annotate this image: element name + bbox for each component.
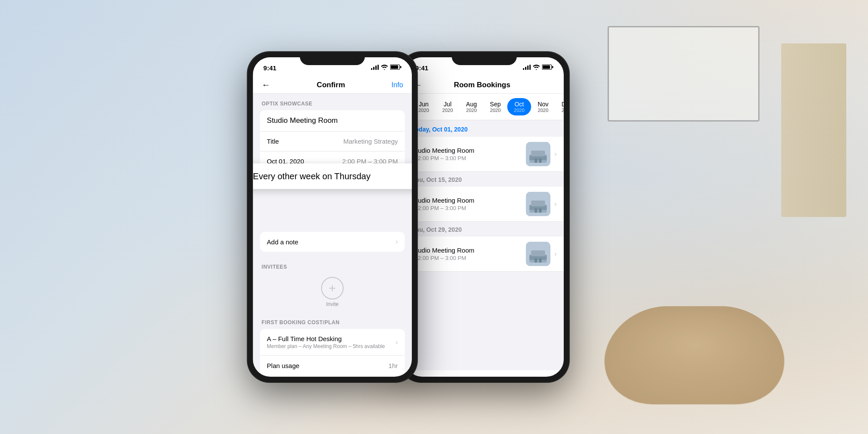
date-header-oct15: Thu, Oct 15, 2020 (405, 172, 564, 187)
add-note-label: Add a note (267, 238, 299, 246)
booking-3-img-inner (526, 242, 550, 266)
phone-2-notch (452, 52, 517, 65)
booking-2-time: ↻ 2:00 PM – 3:00 PM (412, 205, 522, 211)
office-shelf (781, 43, 846, 217)
booking-2-info: Studio Meeting Room ↻ 2:00 PM – 3:00 PM (412, 197, 522, 211)
plan-usage-value: 1hr (388, 362, 398, 369)
svg-rect-8 (525, 67, 526, 70)
cost-section-header: FIRST BOOKING COST/PLAN (253, 312, 412, 329)
phones-container: 9:41 ← Confirm Info (248, 52, 569, 382)
svg-rect-12 (542, 66, 550, 69)
phone-1-navbar: ← Confirm Info (253, 76, 412, 94)
battery-icon-2 (542, 64, 553, 71)
phone-1-screen: 9:41 ← Confirm Info (253, 57, 412, 377)
phone-2: 9:41 ← Room Bookings (400, 52, 569, 382)
svg-rect-18 (539, 158, 541, 163)
phone-1-icons (371, 64, 401, 71)
plan-title: A – Full Time Hot Desking (267, 335, 396, 342)
plan-subtitle: Member plan – Any Meeting Room – 5hrs av… (267, 343, 396, 349)
booking-3-info: Studio Meeting Room ↻ 2:00 PM – 3:00 PM (412, 247, 522, 261)
phone-1-content: OPTIX SHOWCASE Studio Meeting Room Title… (253, 94, 412, 375)
svg-rect-0 (371, 68, 372, 70)
invite-plus-icon: + (329, 281, 336, 295)
booking-1-chevron: › (554, 150, 556, 158)
svg-rect-10 (529, 65, 531, 70)
svg-rect-3 (378, 65, 379, 70)
booking-3-image (526, 242, 550, 266)
svg-rect-23 (539, 208, 541, 213)
booking-1-room: Studio Meeting Room (412, 147, 522, 154)
booking-2-image (526, 192, 550, 216)
invite-label: Invite (262, 301, 403, 307)
info-button[interactable]: Info (391, 81, 403, 89)
invitees-section-header: INVITEES (253, 257, 412, 273)
svg-rect-5 (391, 66, 398, 69)
office-whiteboard (608, 26, 760, 122)
title-label: Title (267, 138, 279, 145)
booking-item-2[interactable]: Studio Meeting Room ↻ 2:00 PM – 3:00 PM (405, 187, 564, 222)
svg-rect-17 (534, 158, 537, 163)
title-value: Marketing Strategy (343, 138, 398, 145)
booking-3-chevron: › (554, 250, 556, 258)
invite-button[interactable]: + (321, 277, 344, 299)
svg-rect-2 (375, 66, 377, 70)
month-oct[interactable]: Oct 2020 (507, 98, 531, 115)
phone-2-time: 9:41 (415, 64, 428, 72)
wifi-icon-2 (533, 65, 540, 71)
room-bookings-title: Room Bookings (454, 81, 510, 89)
phone-1: 9:41 ← Confirm Info (248, 52, 417, 382)
signal-icon (371, 65, 379, 71)
booking-2-chevron: › (554, 200, 556, 208)
back-button-1[interactable]: ← (262, 80, 270, 90)
room-name-row: Studio Meeting Room (260, 110, 405, 132)
booking-1-image (526, 142, 550, 166)
add-note-chevron: › (395, 238, 398, 246)
booking-3-time: ↻ 2:00 PM – 3:00 PM (412, 255, 522, 261)
plan-usage-label: Plan usage (267, 362, 299, 369)
svg-rect-22 (534, 208, 537, 213)
signal-icon-2 (523, 65, 531, 71)
invitees-section: + Invite (253, 273, 412, 312)
phone-2-icons (523, 64, 553, 71)
month-dec[interactable]: Dec 2020 (555, 98, 564, 115)
month-nov[interactable]: Nov 2020 (531, 98, 555, 115)
wifi-icon (381, 65, 388, 71)
svg-rect-16 (531, 151, 545, 157)
booking-details-card: Studio Meeting Room Title Marketing Stra… (260, 110, 405, 171)
svg-rect-7 (523, 68, 524, 70)
svg-rect-1 (373, 67, 375, 70)
booking-2-room: Studio Meeting Room (412, 197, 522, 204)
today-header: Today, Oct 01, 2020 (405, 120, 564, 137)
showcase-section-header: OPTIX SHOWCASE (253, 94, 412, 110)
plan-usage-row: Plan usage 1hr (260, 356, 405, 375)
svg-rect-27 (534, 258, 537, 263)
phone-2-screen: 9:41 ← Room Bookings (405, 57, 564, 377)
booking-2-img-inner (526, 192, 550, 216)
booking-item-1[interactable]: Studio Meeting Room ↻ 2:00 PM – 3:00 PM (405, 137, 564, 172)
svg-rect-28 (539, 258, 541, 263)
phone-2-navbar: ← Room Bookings (405, 76, 564, 94)
month-aug[interactable]: Aug 2020 (460, 98, 483, 115)
plan-row[interactable]: A – Full Time Hot Desking Member plan – … (260, 329, 405, 356)
plan-info: A – Full Time Hot Desking Member plan – … (267, 335, 396, 349)
plan-card: A – Full Time Hot Desking Member plan – … (260, 329, 405, 375)
svg-rect-26 (531, 250, 545, 256)
phone-1-time: 9:41 (263, 64, 276, 72)
add-note-card: Add a note › (260, 232, 405, 252)
month-scroller[interactable]: Jun 2020 Jul 2020 Aug 2020 Sep 2020 Oct (405, 94, 564, 120)
month-sep[interactable]: Sep 2020 (483, 98, 507, 115)
confirm-title: Confirm (317, 81, 345, 89)
svg-rect-9 (527, 66, 529, 70)
battery-icon (390, 64, 401, 71)
phone-1-notch (300, 52, 365, 65)
plan-chevron: › (395, 339, 398, 346)
repeat-tooltip[interactable]: Every other week on Thursday › (253, 164, 412, 189)
repeat-text: Every other week on Thursday (253, 171, 371, 181)
svg-rect-13 (552, 66, 553, 68)
month-jul[interactable]: Jul 2020 (436, 98, 460, 115)
booking-item-3[interactable]: Studio Meeting Room ↻ 2:00 PM – 3:00 PM (405, 237, 564, 272)
room-name: Studio Meeting Room (267, 116, 338, 125)
booking-1-info: Studio Meeting Room ↻ 2:00 PM – 3:00 PM (412, 147, 522, 161)
add-note-row[interactable]: Add a note › (260, 232, 405, 252)
today-label: Today, Oct 01, 2020 (412, 126, 468, 133)
